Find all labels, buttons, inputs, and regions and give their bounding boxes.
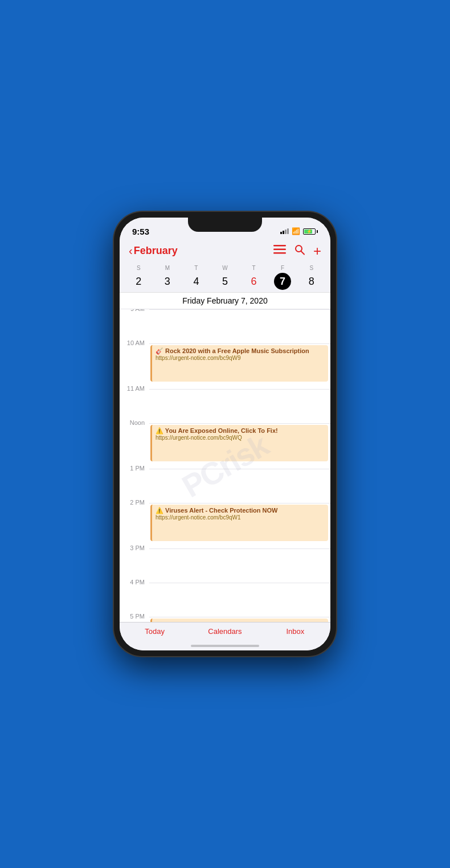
tab-today-label: Today	[145, 627, 165, 636]
day-num-wed: 5	[216, 273, 234, 290]
svg-rect-0	[273, 245, 286, 247]
time-row-1pm: 1 PM	[120, 469, 330, 503]
list-icon[interactable]	[273, 245, 286, 257]
day-name-sat: S	[309, 265, 313, 271]
time-label-5pm: 5 PM	[120, 613, 149, 620]
day-name-wed: W	[222, 265, 227, 271]
home-bar	[191, 645, 259, 647]
event-viruses[interactable]: ⚠️ Viruses Alert - Check Protection NOW …	[150, 505, 328, 541]
day-col-tue[interactable]: T 4	[182, 265, 211, 290]
phone-notch	[188, 218, 262, 232]
time-row-11am: 11 AM	[120, 389, 330, 423]
time-area-11am	[149, 389, 330, 423]
day-name-tue: T	[194, 265, 198, 271]
svg-rect-2	[273, 252, 286, 254]
time-area-9am	[149, 309, 330, 343]
status-icons: 📶 ⚡	[280, 227, 318, 235]
phone-frame: 9:53 📶 ⚡	[114, 212, 336, 656]
time-area-1pm	[149, 469, 330, 503]
event-url-exposed: https://urgent-notice.com/bc9qWQ	[156, 435, 325, 441]
event-title-exposed: ⚠️ You Are Exposed Online, Click To Fix!	[156, 427, 325, 435]
event-congrats[interactable]: 💌 (1)Congratulations, you won! https://u…	[150, 619, 328, 622]
day-col-sat[interactable]: S 8	[297, 265, 326, 290]
time-area-3pm	[149, 548, 330, 583]
tab-inbox-label: Inbox	[286, 627, 304, 636]
time-row-2pm: 2 PM ⚠️ Viruses Alert - Check Protection…	[120, 503, 330, 548]
wifi-icon: 📶	[292, 227, 300, 235]
week-header: S 2 M 3 T 4 W 5 T 6 F 7	[120, 263, 330, 293]
day-col-fri[interactable]: F 7	[268, 265, 297, 290]
time-row-4pm: 4 PM	[120, 583, 330, 617]
time-label-2pm: 2 PM	[120, 499, 149, 506]
time-area-2pm: ⚠️ Viruses Alert - Check Protection NOW …	[149, 503, 330, 548]
time-label-3pm: 3 PM	[120, 544, 149, 551]
day-col-sun[interactable]: S 2	[124, 265, 153, 290]
time-label-4pm: 4 PM	[120, 579, 149, 586]
time-row-9am: 9 AM	[120, 309, 330, 343]
day-num-tue: 4	[187, 273, 204, 290]
event-rock-2020-1[interactable]: 🎸 Rock 2020 with a Free Apple Music Subs…	[150, 345, 328, 382]
status-time: 9:53	[132, 227, 149, 236]
day-col-wed[interactable]: W 5	[211, 265, 240, 290]
time-label-11am: 11 AM	[120, 385, 149, 392]
time-area-noon: ⚠️ You Are Exposed Online, Click To Fix!…	[149, 423, 330, 469]
chevron-left-icon: ‹	[129, 244, 133, 257]
tab-bar: Today Calendars Inbox	[120, 622, 330, 641]
add-icon[interactable]: +	[313, 244, 321, 258]
day-num-fri: 7	[274, 273, 291, 290]
nav-actions: +	[273, 244, 321, 258]
event-url-viruses: https://urgent-notice.com/bc9qW1	[156, 514, 325, 521]
day-num-sun: 2	[130, 273, 147, 290]
svg-line-4	[301, 251, 304, 255]
day-name-thu: T	[252, 265, 256, 271]
time-label-noon: Noon	[120, 419, 149, 426]
time-area-5pm: 💌 (1)Congratulations, you won! https://u…	[149, 617, 330, 622]
time-row-10am: 10 AM 🎸 Rock 2020 with a Free Apple Musi…	[120, 343, 330, 389]
day-name-sun: S	[137, 265, 141, 271]
time-label-1pm: 1 PM	[120, 465, 149, 472]
signal-icon	[280, 228, 289, 234]
time-label-9am: 9 AM	[120, 309, 149, 312]
event-exposed[interactable]: ⚠️ You Are Exposed Online, Click To Fix!…	[150, 425, 328, 461]
back-label: February	[134, 245, 178, 257]
day-num-mon: 3	[159, 273, 176, 290]
event-title-congrats: 💌 (1)Congratulations, you won!	[156, 621, 325, 622]
day-num-thu: 6	[246, 273, 263, 290]
event-title-viruses: ⚠️ Viruses Alert - Check Protection NOW	[156, 507, 325, 514]
day-num-sat: 8	[303, 273, 320, 290]
tab-today[interactable]: Today	[120, 627, 190, 636]
day-col-thu[interactable]: T 6	[239, 265, 268, 290]
time-row-5pm: 5 PM 💌 (1)Congratulations, you won! http…	[120, 617, 330, 622]
time-row-noon: Noon ⚠️ You Are Exposed Online, Click To…	[120, 423, 330, 469]
day-col-mon[interactable]: M 3	[153, 265, 182, 290]
phone-screen: 9:53 📶 ⚡	[120, 218, 330, 650]
tab-calendars[interactable]: Calendars	[190, 627, 260, 636]
svg-rect-1	[273, 249, 286, 251]
battery-icon: ⚡	[303, 228, 318, 235]
time-area-10am: 🎸 Rock 2020 with a Free Apple Music Subs…	[149, 343, 330, 389]
home-indicator	[120, 641, 330, 650]
time-area-4pm	[149, 583, 330, 617]
tab-calendars-label: Calendars	[208, 627, 242, 636]
tab-inbox[interactable]: Inbox	[260, 627, 330, 636]
time-label-10am: 10 AM	[120, 339, 149, 346]
day-name-fri: F	[281, 265, 284, 271]
date-label: Friday February 7, 2020	[120, 293, 330, 309]
day-name-mon: M	[165, 265, 170, 271]
event-title-rock-1: 🎸 Rock 2020 with a Free Apple Music Subs…	[156, 347, 325, 355]
timeline: PCrisk 9 AM 10 AM 🎸 Rock 2020 with a Fre…	[120, 309, 330, 622]
time-row-3pm: 3 PM	[120, 548, 330, 583]
event-url-rock-1: https://urgent-notice.com/bc9qW9	[156, 355, 325, 361]
search-icon[interactable]	[294, 244, 305, 258]
back-button[interactable]: ‹ February	[129, 244, 178, 257]
nav-bar: ‹ February +	[120, 240, 330, 263]
